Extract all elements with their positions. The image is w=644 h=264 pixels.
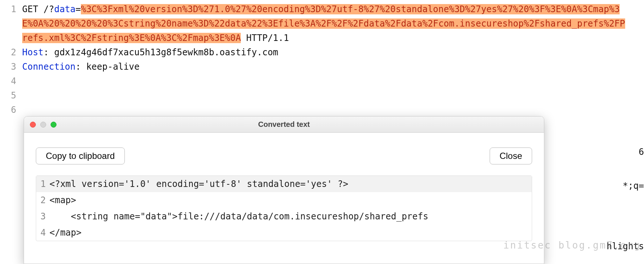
line-number: 3	[0, 60, 22, 74]
bg-fragment-2: *;q=	[623, 181, 644, 191]
dialog-title: Converted text	[24, 120, 544, 129]
converted-line[interactable]: 3 <string name="data">file:///data/data/…	[36, 208, 532, 225]
line-number: 2	[0, 45, 22, 60]
request-line[interactable]: 5	[0, 88, 644, 103]
code-content[interactable]: </map>	[49, 225, 532, 241]
traffic-lights	[24, 122, 56, 128]
line-number: 1	[0, 2, 22, 17]
close-window-icon[interactable]	[30, 122, 36, 128]
line-number: 2	[36, 192, 49, 208]
line-number: 3	[36, 208, 49, 225]
line-number: 1	[36, 176, 49, 192]
code-content[interactable]: <?xml version='1.0' encoding='utf-8' sta…	[49, 176, 532, 192]
dialog-toolbar: Copy to clipboard Close	[36, 147, 532, 164]
request-line[interactable]: 1GET /?data=%3C%3Fxml%20version%3D%271.0…	[0, 2, 644, 45]
code-content[interactable]: <map>	[49, 192, 532, 208]
converted-text-dialog: Converted text Copy to clipboard Close 1…	[24, 116, 544, 264]
code-content[interactable]: GET /?data=%3C%3Fxml%20version%3D%271.0%…	[22, 2, 644, 45]
titlebar[interactable]: Converted text	[24, 117, 544, 133]
zoom-window-icon[interactable]	[51, 122, 56, 128]
bg-fragment-1: 6	[639, 147, 644, 157]
line-number: 4	[36, 225, 49, 241]
code-content[interactable]: Host: gdx1z4g46df7xacu5h13g8f5ewkm8b.oas…	[22, 45, 644, 60]
request-line[interactable]: 3Connection: keep-alive	[0, 60, 644, 74]
request-line[interactable]: 6	[0, 103, 644, 117]
request-line[interactable]: 4	[0, 74, 644, 88]
code-content[interactable]: <string name="data">file:///data/data/co…	[49, 208, 532, 225]
request-editor: 1GET /?data=%3C%3Fxml%20version%3D%271.0…	[0, 0, 644, 117]
minimize-window-icon[interactable]	[40, 122, 46, 128]
converted-line[interactable]: 2<map>	[36, 192, 532, 208]
line-number: 4	[0, 74, 22, 88]
converted-text-editor[interactable]: 1<?xml version='1.0' encoding='utf-8' st…	[36, 176, 532, 241]
code-content[interactable]: Connection: keep-alive	[22, 60, 644, 74]
converted-line[interactable]: 4</map>	[36, 225, 532, 241]
line-number: 6	[0, 103, 22, 117]
converted-line[interactable]: 1<?xml version='1.0' encoding='utf-8' st…	[36, 176, 532, 192]
bg-fragment-3: hlights	[607, 241, 644, 251]
request-line[interactable]: 2Host: gdx1z4g46df7xacu5h13g8f5ewkm8b.oa…	[0, 45, 644, 60]
copy-to-clipboard-button[interactable]: Copy to clipboard	[36, 147, 125, 164]
line-number: 5	[0, 88, 22, 103]
close-button[interactable]: Close	[490, 147, 532, 164]
